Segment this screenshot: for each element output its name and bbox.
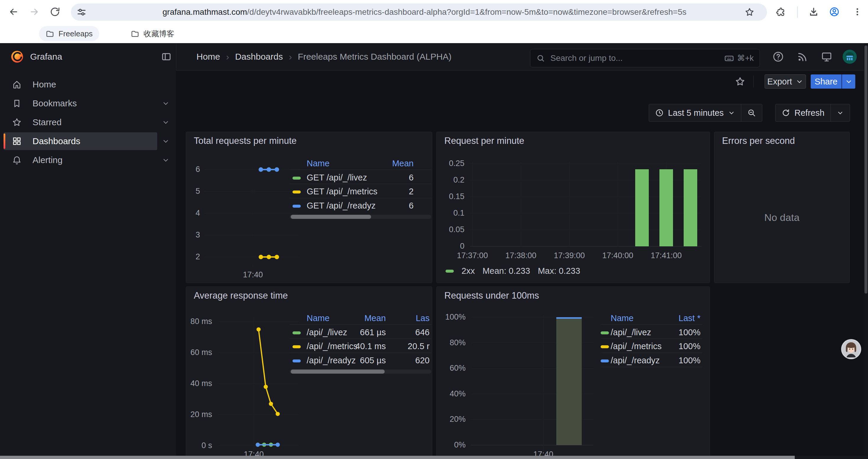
bell-icon [12,155,22,165]
rss-news-icon[interactable] [797,51,808,63]
y-axis-tick: 0 [437,241,464,251]
url-bar[interactable]: grafana.mathmast.com/d/deytv4rwavabkb/fr… [71,4,767,21]
bookmark-label: 收藏博客 [144,29,174,39]
browser-toolbar: grafana.mathmast.com/d/deytv4rwavabkb/fr… [0,0,868,24]
legend-row[interactable]: /api/_/metrics40.1 ms20.5 r [289,341,431,353]
breadcrumb-dashboards[interactable]: Dashboards [235,52,283,62]
breadcrumb: Home › Dashboards › Freeleaps Metrics Da… [196,43,452,70]
sidebar-item-home[interactable]: Home [0,75,176,94]
chevron-down-icon[interactable] [162,119,169,126]
legend-column-header[interactable]: Mean [289,159,414,168]
y-axis-tick: 0.1 [437,208,464,218]
monitor-icon[interactable] [821,51,833,63]
panel-title[interactable]: Average response time [194,290,288,301]
time-range-picker[interactable]: Last 5 minutes [649,104,741,121]
legend-row[interactable]: /api/_/metrics100% [601,341,702,353]
share-button[interactable]: Share [811,74,841,89]
active-accent-bar [4,133,5,149]
chevron-down-icon[interactable] [162,137,169,145]
sidebar-item-dashboards[interactable]: Dashboards [0,132,176,151]
refresh-button[interactable]: Refresh [776,104,831,121]
legend-scrollbar[interactable] [289,369,431,374]
grafana-logo-icon[interactable] [11,50,24,63]
toolbar-separator [797,6,798,18]
folder-icon [131,29,140,38]
y-axis-tick: 2 [186,252,200,261]
sidebar-item-alerting[interactable]: Alerting [0,151,176,169]
chevron-down-icon [796,78,803,85]
bookmark-star-icon[interactable] [745,7,754,17]
profile-icon[interactable] [829,6,840,17]
chevron-down-icon[interactable] [162,156,169,164]
favorite-star-icon[interactable] [735,76,745,87]
y-axis-tick: 60 ms [186,348,212,357]
legend-row[interactable]: /api/_/livez100% [601,328,702,339]
forward-icon[interactable] [29,6,39,17]
sidebar-item-bookmarks[interactable]: Bookmarks [0,94,176,113]
y-axis-tick: 3 [186,230,200,239]
floating-assistant-avatar[interactable] [840,338,862,360]
share-menu-caret[interactable] [842,74,855,89]
legend-row[interactable]: GET /api/_/livez6 [289,173,431,185]
no-data-message: No data [714,212,849,223]
legend-value: 6 [289,173,414,183]
vertical-scrollbar-thumb[interactable] [864,45,867,294]
x-axis-tick: 17:40 [243,270,263,280]
bookmark-item-blog[interactable]: 收藏博客 [124,26,181,41]
back-icon[interactable] [8,6,19,17]
x-axis-tick: 17:38:00 [505,251,536,260]
panel-title[interactable]: Total requests per minute [194,136,297,146]
sidebar-item-starred[interactable]: Starred [0,113,176,132]
app-name: Grafana [30,43,62,70]
zoom-out-button[interactable] [741,104,762,121]
menu-kebab-icon[interactable] [852,7,862,17]
extensions-icon[interactable] [776,7,786,17]
vertical-scrollbar[interactable] [864,43,868,459]
y-axis-tick: 20 ms [186,410,212,419]
legend-value: 620 [289,356,430,365]
legend-row[interactable]: GET /api/_/readyz6 [289,201,431,213]
legend-row[interactable]: /api/_/readyz605 µs620 [289,356,431,367]
panel-title[interactable]: Errors per second [722,136,795,146]
export-button[interactable]: Export [765,74,806,89]
breadcrumb-home[interactable]: Home [196,52,220,62]
panel-total-requests-per-minute: Total requests per minute 6543217:40Name… [186,132,432,283]
refresh-interval-caret[interactable] [831,104,850,121]
url-text: grafana.mathmast.com/d/deytv4rwavabkb/fr… [162,4,807,21]
legend-row[interactable]: GET /api/_/metrics2 [289,187,431,198]
bookmark-item-freeleaps[interactable]: Freeleaps [39,26,99,41]
download-icon[interactable] [808,6,819,17]
legend-scrollbar-thumb[interactable] [291,369,385,374]
legend-table: NameMeanGET /api/_/livez6GET /api/_/metr… [289,157,431,225]
panel-request-per-minute: Request per minute 0.250.20.150.10.05017… [436,132,710,283]
bookmark-icon [12,98,22,108]
legend-row[interactable]: /api/_/livez661 µs646 [289,328,431,339]
home-icon [12,79,22,90]
profile-avatar[interactable] [843,50,857,64]
legend[interactable]: 2xxMean: 0.233Max: 0.233 [445,266,580,276]
panel-requests-under-100ms: Requests under 100ms 100%80%60%40%20%0%1… [436,287,710,459]
x-axis-tick: 17:40:00 [602,251,633,260]
chevron-down-icon [837,109,844,117]
chevron-down-icon[interactable] [162,100,169,107]
search-input[interactable]: ⌘+k [530,49,760,67]
legend-scrollbar-thumb[interactable] [291,215,371,219]
horizontal-scrollbar[interactable] [0,456,868,459]
search-field[interactable] [550,53,719,63]
horizontal-scrollbar-thumb[interactable] [0,456,795,459]
legend-row[interactable]: /api/_/readyz100% [601,356,702,367]
reload-icon[interactable] [50,6,60,17]
legend-column-header[interactable]: Last * [601,314,701,323]
sidebar-toggle-icon[interactable] [161,52,172,62]
legend-value: 100% [601,328,701,337]
help-icon[interactable] [772,51,784,63]
legend-scrollbar[interactable] [289,215,431,219]
legend-column-header[interactable]: Las [289,314,430,323]
legend-value: 6 [289,201,414,210]
panel-title[interactable]: Requests under 100ms [444,290,539,301]
refresh-control: Refresh [775,104,850,122]
y-axis-tick: 80% [437,338,466,347]
panel-title[interactable]: Request per minute [444,136,524,146]
site-settings-icon[interactable] [76,7,87,18]
x-axis-tick: 17:37:00 [457,251,488,260]
